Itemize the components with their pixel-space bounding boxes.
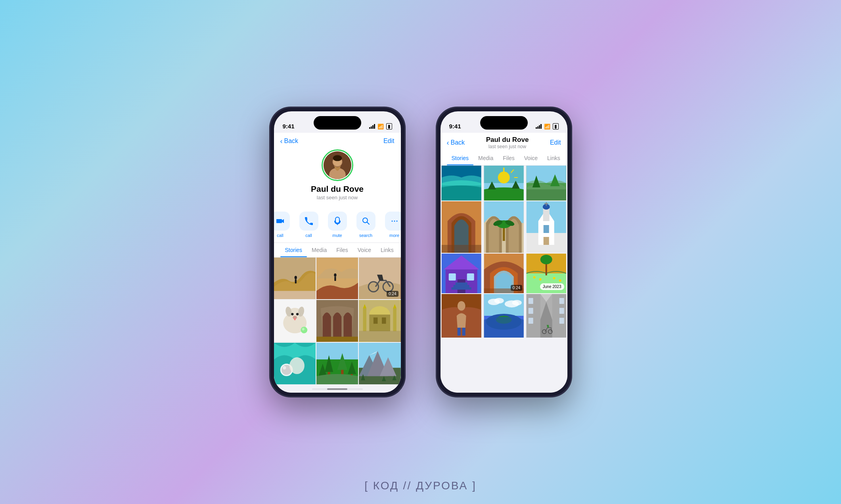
battery-icon-2: ▮ <box>553 123 559 130</box>
svg-point-7 <box>391 221 393 222</box>
story-p2-1[interactable] <box>441 166 482 200</box>
mute-label: mute <box>332 233 342 238</box>
story-thumb-5[interactable] <box>316 300 358 342</box>
svg-rect-30 <box>316 337 358 342</box>
svg-rect-90 <box>544 225 549 233</box>
stories-grid-2: 0:24 <box>441 166 567 338</box>
avatar <box>324 151 351 179</box>
profile-name: Paul du Rove <box>311 184 364 194</box>
search-button[interactable]: search <box>354 212 378 238</box>
tab-stories-1[interactable]: Stories <box>280 243 307 257</box>
story-p2-6[interactable] <box>525 201 567 253</box>
tab-media-2[interactable]: Media <box>473 151 498 165</box>
svg-rect-115 <box>462 328 465 336</box>
call-audio-label: call <box>305 233 312 238</box>
call-audio-button[interactable]: call <box>297 212 321 238</box>
action-buttons: call call mute <box>274 207 401 243</box>
story-p2-2[interactable] <box>483 166 525 200</box>
svg-point-6 <box>363 218 368 223</box>
svg-point-107 <box>540 255 552 264</box>
scroll-indicator-1 <box>312 388 363 390</box>
phone2-subtitle: last seen just now <box>489 144 526 149</box>
tab-gifs-2[interactable]: GIFs <box>565 151 567 165</box>
svg-rect-130 <box>559 298 564 304</box>
search-icon <box>356 212 375 231</box>
phone-2-screen: 9:41 📶 ▮ <box>441 111 567 393</box>
phone-1-screen: 9:41 📶 ▮ <box>274 111 401 393</box>
tab-files-1[interactable]: Files <box>331 243 353 257</box>
svg-rect-114 <box>457 328 460 336</box>
story-p2-8[interactable]: 0:24 <box>483 254 525 293</box>
back-button-1[interactable]: ‹ Back <box>280 137 299 145</box>
status-icons-1: 📶 ▮ <box>369 123 392 130</box>
svg-point-24 <box>291 313 293 315</box>
svg-rect-128 <box>529 308 533 314</box>
scroll-area <box>274 384 401 391</box>
avatar-image <box>324 151 351 179</box>
svg-rect-15 <box>334 277 336 281</box>
profile-header: ‹ Back Edit <box>274 133 401 207</box>
tabs-bar-2: Stories Media Files Voice Links GIFs <box>441 151 567 166</box>
story-thumb-3[interactable]: 0:24 <box>359 258 400 299</box>
story-p2-9[interactable]: June 2023 <box>525 254 567 293</box>
signal-icon-2 <box>536 124 542 129</box>
phones-container: 9:41 📶 ▮ <box>270 107 571 397</box>
call-video-button[interactable]: call <box>274 212 292 238</box>
chevron-left-icon-2: ‹ <box>447 139 449 146</box>
story-p2-12[interactable] <box>525 294 567 338</box>
avatar-container[interactable] <box>322 149 353 181</box>
tab-gifs-1[interactable]: GIFs <box>398 243 401 257</box>
svg-rect-12 <box>295 279 296 284</box>
profile-status: last seen just now <box>317 195 358 200</box>
back-button-2[interactable]: ‹ Back <box>447 139 465 146</box>
tab-links-1[interactable]: Links <box>376 243 398 257</box>
tab-files-2[interactable]: Files <box>498 151 519 165</box>
svg-rect-100 <box>467 273 474 281</box>
status-time-2: 9:41 <box>449 123 461 130</box>
svg-rect-132 <box>559 318 564 324</box>
tab-voice-2[interactable]: Voice <box>519 151 542 165</box>
story-p2-8-duration: 0:24 <box>511 285 522 291</box>
svg-point-28 <box>302 328 304 330</box>
edit-button-2[interactable]: Edit <box>550 139 561 146</box>
tab-voice-1[interactable]: Voice <box>353 243 376 257</box>
more-button[interactable]: more <box>383 212 401 238</box>
tab-media-1[interactable]: Media <box>307 243 331 257</box>
svg-point-11 <box>294 276 297 279</box>
svg-rect-91 <box>544 237 549 245</box>
status-time-1: 9:41 <box>283 123 295 130</box>
story-p2-10[interactable] <box>441 294 482 338</box>
tab-links-2[interactable]: Links <box>542 151 565 165</box>
story-p2-5[interactable] <box>483 201 525 253</box>
story-p2-4[interactable] <box>441 201 482 253</box>
story-p2-11[interactable] <box>483 294 525 338</box>
svg-rect-72 <box>527 166 566 183</box>
svg-point-25 <box>296 313 298 315</box>
svg-point-67 <box>498 172 510 183</box>
svg-rect-33 <box>369 315 390 331</box>
svg-point-121 <box>494 298 504 304</box>
story-thumb-4[interactable] <box>274 300 316 342</box>
back-label-1: Back <box>284 137 299 145</box>
svg-point-109 <box>539 278 542 281</box>
chevron-left-icon: ‹ <box>280 137 283 145</box>
phone-1: 9:41 📶 ▮ <box>270 107 405 397</box>
story-thumb-8[interactable] <box>316 343 358 384</box>
story-p2-7[interactable] <box>441 254 482 293</box>
story-thumb-7[interactable] <box>274 343 316 384</box>
edit-button-1[interactable]: Edit <box>383 137 395 145</box>
story-thumb-1[interactable] <box>274 258 316 299</box>
phone2-title: Paul du Rove <box>486 136 529 144</box>
status-icons-2: 📶 ▮ <box>536 123 559 130</box>
phone-2: 9:41 📶 ▮ <box>437 107 571 397</box>
mute-button[interactable]: mute <box>326 212 349 238</box>
story-thumb-6[interactable] <box>359 300 400 342</box>
story-thumb-2[interactable] <box>316 258 358 299</box>
story-thumb-9[interactable] <box>359 343 400 384</box>
dynamic-island-1 <box>314 116 361 130</box>
signal-icon <box>369 124 375 129</box>
svg-rect-35 <box>382 318 386 324</box>
tab-stories-2[interactable]: Stories <box>447 151 474 165</box>
story-p2-3[interactable] <box>525 166 567 200</box>
svg-rect-127 <box>529 298 533 304</box>
